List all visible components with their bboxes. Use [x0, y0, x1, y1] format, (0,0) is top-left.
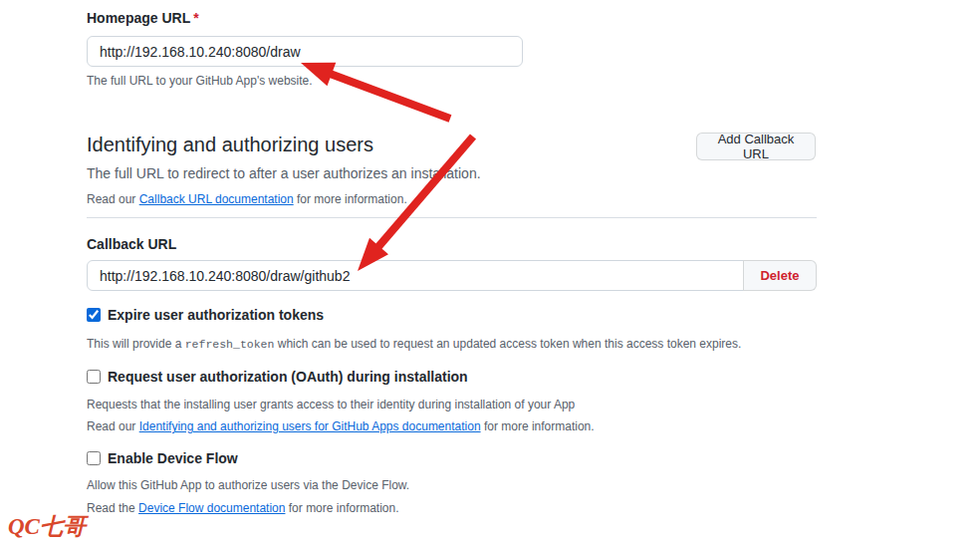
oauth-install-checkbox[interactable] — [87, 370, 101, 384]
oauth-install-label[interactable]: Request user authorization (OAuth) durin… — [108, 370, 468, 385]
expire-tokens-label[interactable]: Expire user authorization tokens — [108, 308, 324, 323]
device-flow-help: Allow this GitHub App to authorize users… — [87, 477, 409, 493]
expire-tokens-help-suffix: which can be used to request an updated … — [274, 337, 741, 351]
callback-url-documentation-link[interactable]: Callback URL documentation — [139, 192, 294, 206]
add-callback-url-button[interactable]: Add Callback URL — [696, 133, 816, 160]
callback-docs-note: Read our Callback URL documentation for … — [87, 191, 407, 207]
oauth-install-help: Requests that the installing user grants… — [87, 397, 575, 412]
device-flow-checkbox[interactable] — [87, 451, 101, 465]
refresh-token-code: refresh_token — [185, 338, 275, 351]
oauth-install-row: Request user authorization (OAuth) durin… — [87, 370, 468, 385]
callback-url-input[interactable] — [87, 260, 744, 291]
callback-url-group: Delete — [87, 260, 817, 291]
annotation-arrow-homepage — [301, 63, 450, 119]
identifying-section-heading: Identifying and authorizing users — [87, 132, 373, 157]
identifying-authorizing-docs-link[interactable]: Identifying and authorizing users for Gi… — [139, 419, 481, 433]
callback-docs-suffix: for more information. — [294, 192, 407, 206]
identifying-section-description: The full URL to redirect to after a user… — [87, 164, 481, 182]
github-app-settings-page: Homepage URL* The full URL to your GitHu… — [0, 0, 980, 547]
expire-tokens-help-prefix: This will provide a — [87, 337, 185, 351]
arrow-shaft — [324, 72, 450, 119]
callback-docs-prefix: Read our — [87, 192, 139, 206]
section-divider — [87, 217, 817, 218]
device-flow-label[interactable]: Enable Device Flow — [108, 451, 238, 466]
delete-callback-url-button[interactable]: Delete — [743, 260, 817, 291]
oauth-install-docs-suffix: for more information. — [481, 419, 595, 433]
device-flow-docs-suffix: for more information. — [285, 501, 398, 515]
expire-tokens-row: Expire user authorization tokens — [87, 308, 324, 323]
oauth-install-docs-note: Read our Identifying and authorizing use… — [87, 418, 595, 434]
homepage-url-label-text: Homepage URL — [87, 10, 190, 26]
callback-url-label: Callback URL — [87, 236, 176, 252]
expire-tokens-help: This will provide a refresh_token which … — [87, 336, 741, 353]
homepage-url-input[interactable] — [87, 36, 523, 67]
device-flow-docs-note: Read the Device Flow documentation for m… — [87, 500, 399, 516]
homepage-url-note: The full URL to your GitHub App's websit… — [87, 73, 313, 89]
watermark-signature: QC七哥 — [8, 514, 86, 540]
oauth-install-docs-prefix: Read our — [87, 419, 139, 433]
required-asterisk: * — [193, 10, 198, 26]
device-flow-docs-prefix: Read the — [87, 501, 138, 515]
expire-tokens-checkbox[interactable] — [87, 308, 101, 322]
homepage-url-label: Homepage URL* — [87, 10, 199, 26]
device-flow-row: Enable Device Flow — [87, 451, 238, 466]
device-flow-documentation-link[interactable]: Device Flow documentation — [138, 501, 285, 515]
